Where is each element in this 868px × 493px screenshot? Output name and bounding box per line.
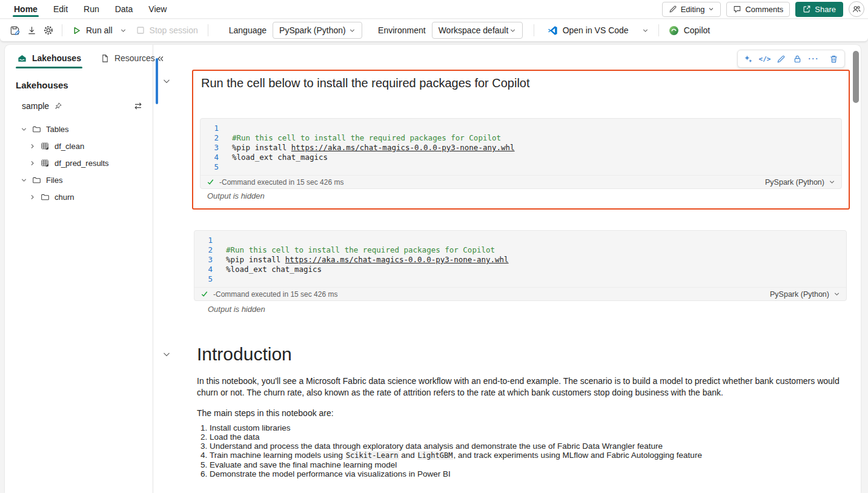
lakehouse-item[interactable]: sample — [5, 90, 153, 111]
list-item: Evaluate and save the final machine lear… — [210, 460, 850, 469]
chevron-down-icon[interactable] — [21, 126, 27, 133]
tree-item-df-clean[interactable]: df_clean — [5, 137, 153, 154]
sidebar-heading: Lakehouses — [5, 70, 153, 90]
tab-resources-label: Resources — [114, 53, 155, 63]
download-icon — [27, 25, 37, 36]
menu-tab-home[interactable]: Home — [6, 0, 45, 18]
environment-dropdown[interactable]: Workspace default — [432, 22, 523, 39]
chevron-right-icon[interactable] — [29, 143, 36, 150]
collapse-cell-chevron-icon[interactable] — [162, 76, 171, 86]
code-line: 1 — [200, 124, 841, 133]
chevron-down-icon — [833, 291, 840, 297]
lock-cell-icon[interactable] — [790, 51, 805, 66]
stop-session-label: Stop session — [150, 25, 198, 35]
switch-lakehouse-icon[interactable] — [133, 101, 143, 111]
code-editor[interactable]: 1 2#Run this cell to install the require… — [194, 230, 847, 301]
copilot-label: Copilot — [684, 25, 711, 35]
menubar: Home Edit Run Data View Editing Comments — [0, 0, 868, 19]
line-number: 1 — [194, 236, 213, 245]
code-editor[interactable]: 1 2#Run this cell to install the require… — [200, 118, 842, 189]
editing-mode-button[interactable]: Editing — [662, 2, 721, 17]
copilot-button[interactable]: Copilot — [664, 22, 715, 39]
menu-tab-edit[interactable]: Edit — [45, 0, 76, 18]
selected-cell[interactable]: Run the cell below to install the requir… — [192, 70, 850, 210]
tree-item-label: churn — [55, 193, 75, 202]
kernel-picker[interactable]: PySpark (Python) — [770, 290, 840, 299]
account-avatar[interactable] — [849, 1, 864, 17]
menu-tab-run[interactable]: Run — [76, 0, 107, 18]
chevron-down-icon — [349, 27, 356, 34]
chevron-down-icon[interactable] — [21, 177, 27, 184]
code-link[interactable]: https://aka.ms/chat-magics-0.0.0-py3-non… — [285, 255, 509, 265]
scrollbar-thumb[interactable] — [853, 51, 859, 103]
introduction-heading: Introduction — [197, 343, 850, 366]
menu-tabs: Home Edit Run Data View — [6, 0, 174, 18]
tree-item-files[interactable]: Files — [5, 171, 153, 188]
menu-tab-view[interactable]: View — [141, 0, 174, 18]
list-item: Install custom libraries — [210, 423, 850, 432]
ai-sparkle-icon[interactable] — [741, 51, 756, 66]
tree-item-label: Files — [46, 176, 62, 185]
chevron-right-icon[interactable] — [29, 194, 36, 200]
menu-tab-data[interactable]: Data — [107, 0, 141, 18]
comment-bubble-icon — [733, 5, 741, 13]
tree-item-df-pred-results[interactable]: df_pred_results — [5, 154, 153, 171]
comments-button[interactable]: Comments — [726, 2, 790, 17]
edit-cell-icon[interactable] — [774, 51, 789, 66]
tree-item-label: df_pred_results — [55, 159, 109, 168]
notebook-canvas: </> ··· Run the cell below to install th… — [153, 45, 861, 493]
success-check-icon — [200, 290, 208, 298]
code-line: 2#Run this cell to install the required … — [200, 133, 841, 143]
tree-item-tables[interactable]: Tables — [5, 121, 153, 137]
introduction-paragraph: In this notebook, you'll see a Microsoft… — [197, 376, 850, 399]
delete-cell-icon[interactable] — [826, 51, 841, 66]
save-button[interactable] — [6, 22, 23, 39]
code-text: %load_ext chat_magics — [226, 265, 322, 274]
editing-label: Editing — [681, 5, 705, 14]
introduction-section: Introduction In this notebook, you'll se… — [197, 343, 850, 478]
kernel-picker[interactable]: PySpark (Python) — [765, 178, 835, 187]
code-line: 5 — [194, 274, 846, 284]
chevron-down-icon[interactable] — [120, 27, 127, 34]
cell-status-bar: -Command executed in 15 sec 426 ms PySpa… — [194, 287, 846, 300]
share-button[interactable]: Share — [795, 2, 843, 17]
cell-toolbar: </> ··· — [737, 50, 845, 68]
collapse-section-chevron-icon[interactable] — [162, 349, 171, 359]
language-dropdown[interactable]: PySpark (Python) — [273, 22, 362, 39]
execution-status: -Command executed in 15 sec 426 ms — [219, 178, 343, 187]
run-all-button[interactable]: Run all — [67, 22, 131, 39]
output-hidden-note: Output is hidden — [208, 305, 265, 314]
success-check-icon — [207, 178, 214, 186]
share-icon — [803, 5, 811, 13]
code-link[interactable]: https://aka.ms/chat-magics-0.0.0-py3-non… — [291, 143, 515, 153]
chevron-right-icon[interactable] — [29, 160, 36, 167]
pin-icon[interactable] — [54, 102, 62, 110]
inline-code: Scikit-Learn — [345, 451, 399, 460]
chevron-down-icon — [708, 6, 714, 12]
vertical-scrollbar[interactable] — [853, 51, 859, 491]
toolbar-divider — [658, 24, 659, 36]
sidebar: Lakehouses Resources Lakehouses sample — [5, 45, 153, 493]
code-line: 5 — [200, 162, 841, 172]
line-number: 2 — [194, 245, 213, 255]
line-number: 1 — [200, 124, 219, 133]
more-options-icon[interactable]: ··· — [806, 51, 821, 66]
lakehouse-icon — [17, 53, 27, 64]
tab-lakehouses[interactable]: Lakehouses — [16, 53, 82, 68]
comments-label: Comments — [745, 5, 783, 14]
tree-item-label: df_clean — [55, 142, 84, 151]
chevron-down-icon[interactable] — [642, 27, 649, 34]
export-button[interactable] — [23, 22, 40, 39]
tab-resources[interactable]: Resources — [99, 53, 156, 68]
fabric-notebook-screen: Home Edit Run Data View Editing Comments — [0, 0, 868, 493]
settings-button[interactable] — [40, 22, 57, 39]
open-vscode-button[interactable]: Open in VS Code — [543, 22, 654, 39]
people-icon — [852, 4, 861, 14]
delta-table-icon — [41, 142, 50, 151]
language-label: Language — [229, 25, 267, 35]
tree-item-churn[interactable]: churn — [5, 188, 153, 205]
vscode-icon — [548, 25, 558, 36]
convert-to-code-icon[interactable]: </> — [757, 51, 772, 66]
line-number: 3 — [194, 255, 213, 265]
delta-table-icon — [41, 159, 50, 168]
